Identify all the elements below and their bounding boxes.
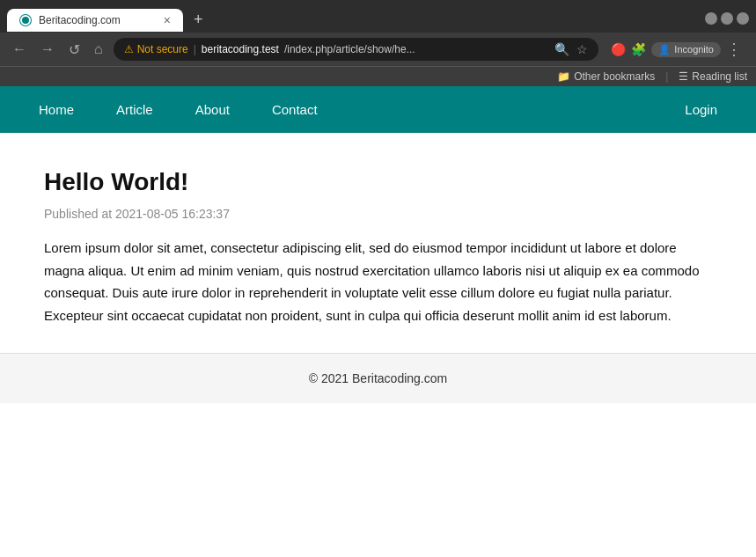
browser-toolbar-icons: 🔴 🧩 👤 Incognito ⋮: [606, 40, 747, 59]
nav-article[interactable]: Article: [95, 86, 174, 133]
address-bar[interactable]: ⚠ Not secure | beritacoding.test /index.…: [114, 38, 599, 61]
window-controls: [705, 12, 749, 28]
tab-title: Beritacoding.com: [39, 14, 121, 26]
star-icon[interactable]: ☆: [576, 42, 588, 56]
incognito-indicator: 👤 Incognito: [651, 42, 721, 57]
forward-button[interactable]: →: [37, 40, 58, 59]
copyright-text: © 2021 Beritacoding.com: [309, 371, 447, 385]
nav-login[interactable]: Login: [664, 86, 738, 133]
more-menu-button[interactable]: ⋮: [726, 40, 742, 59]
address-bar-icons: 🔍 ☆: [554, 42, 588, 56]
bookmark-reading-list[interactable]: ☰ Reading list: [679, 70, 747, 83]
home-button[interactable]: ⌂: [91, 40, 106, 59]
article-container: Hello World! Published at 2021-08-05 16:…: [0, 133, 756, 353]
nav-home[interactable]: Home: [18, 86, 95, 133]
browser-chrome: Beritacoding.com × + ← → ↺ ⌂ ⚠ Not secur…: [0, 0, 756, 86]
tab-bar: Beritacoding.com × +: [0, 0, 756, 33]
bookmark-other[interactable]: 📁 Other bookmarks: [557, 70, 655, 83]
bookmarks-bar: 📁 Other bookmarks | ☰ Reading list: [0, 66, 756, 86]
reading-list-icon: ☰: [679, 70, 688, 83]
new-tab-button[interactable]: +: [187, 7, 210, 33]
warning-icon: ⚠: [124, 43, 134, 55]
nav-links: Home Article About Contact: [18, 86, 664, 133]
separator: |: [194, 43, 196, 55]
navigation-bar: Home Article About Contact Login: [0, 86, 756, 133]
tab-favicon: [19, 14, 32, 26]
tab-close-button[interactable]: ×: [164, 14, 171, 26]
minimize-button[interactable]: [705, 12, 717, 25]
close-button[interactable]: [737, 12, 749, 25]
nav-about[interactable]: About: [174, 86, 251, 133]
site-footer: © 2021 Beritacoding.com: [0, 353, 756, 403]
not-secure-indicator: ⚠ Not secure: [124, 43, 188, 55]
article-date: Published at 2021-08-05 16:23:37: [44, 207, 712, 221]
incognito-icon: 👤: [658, 44, 671, 55]
search-icon[interactable]: 🔍: [554, 42, 569, 56]
article-body: Lorem ipsum dolor sit amet, consectetur …: [44, 237, 712, 326]
url-base: beritacoding.test: [202, 43, 279, 55]
active-tab[interactable]: Beritacoding.com ×: [7, 9, 183, 32]
website-content: Home Article About Contact Login Hello W…: [0, 86, 756, 482]
article-title: Hello World!: [44, 168, 712, 196]
url-path: /index.php/article/show/he...: [284, 43, 415, 55]
address-bar-row: ← → ↺ ⌂ ⚠ Not secure | beritacoding.test…: [0, 33, 756, 66]
extension-icon-2[interactable]: 🧩: [631, 42, 646, 56]
extension-icon-1[interactable]: 🔴: [611, 42, 626, 56]
refresh-button[interactable]: ↺: [65, 40, 84, 60]
restore-button[interactable]: [721, 12, 733, 25]
folder-icon: 📁: [557, 70, 570, 83]
back-button[interactable]: ←: [9, 40, 30, 59]
nav-contact[interactable]: Contact: [251, 86, 339, 133]
